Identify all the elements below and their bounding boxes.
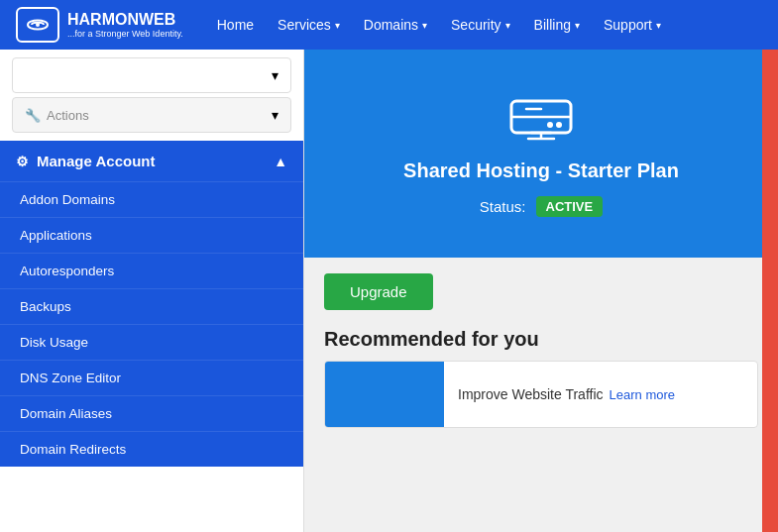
- manage-account-header-left: ⚙ Manage Account: [16, 153, 155, 169]
- sidebar-item-autoresponders[interactable]: Autoresponders: [0, 253, 303, 288]
- actions-bar-content: 🔧 Actions: [25, 108, 89, 123]
- brand: HARMONWEB ...for a Stronger Web Identity…: [16, 7, 183, 43]
- actions-label: Actions: [47, 108, 89, 123]
- recommended-title: Recommended for you: [324, 328, 758, 351]
- sidebar: ▾ 🔧 Actions ▾ ⚙ Manage Account ▲ Addon D…: [0, 50, 304, 532]
- domains-caret-icon: ▾: [422, 20, 427, 31]
- nav-item-support[interactable]: Support ▾: [594, 9, 671, 41]
- nav-item-home[interactable]: Home: [207, 9, 264, 41]
- sidebar-item-domain-aliases[interactable]: Domain Aliases: [0, 395, 303, 431]
- billing-caret-icon: ▾: [575, 20, 580, 31]
- hosting-icon: [506, 91, 576, 146]
- security-caret-icon: ▾: [505, 20, 510, 31]
- page-layout: ▾ 🔧 Actions ▾ ⚙ Manage Account ▲ Addon D…: [0, 50, 778, 532]
- support-caret-icon: ▾: [656, 20, 661, 31]
- recommended-card-image: [325, 362, 444, 427]
- recommended-card: Improve Website Traffic Learn more: [324, 361, 758, 428]
- actions-chevron-icon: ▾: [272, 107, 278, 123]
- dropdown-chevron-icon: ▾: [272, 67, 278, 83]
- sidebar-item-backups[interactable]: Backups: [0, 288, 303, 324]
- sidebar-item-domain-redirects[interactable]: Domain Redirects: [0, 431, 303, 467]
- nav-item-billing[interactable]: Billing ▾: [524, 9, 590, 41]
- nav-links: Home Services ▾ Domains ▾ Security ▾ Bil…: [207, 9, 762, 41]
- status-label: Status:: [480, 198, 526, 215]
- recommended-card-content: Improve Website Traffic Learn more: [444, 376, 689, 412]
- brand-name: HARMONWEB: [67, 11, 183, 29]
- sidebar-item-addon-domains[interactable]: Addon Domains: [0, 181, 303, 217]
- brand-logo: [16, 7, 59, 43]
- navbar: HARMONWEB ...for a Stronger Web Identity…: [0, 0, 778, 50]
- hosting-card: Shared Hosting - Starter Plan Status: AC…: [304, 50, 778, 258]
- manage-account-header[interactable]: ⚙ Manage Account ▲: [0, 141, 303, 181]
- recommended-card-text: Improve Website Traffic: [458, 386, 604, 402]
- svg-point-3: [547, 122, 553, 128]
- sidebar-item-disk-usage[interactable]: Disk Usage: [0, 324, 303, 360]
- brand-tagline: ...for a Stronger Web Identity.: [67, 29, 183, 39]
- sidebar-item-dns-zone-editor[interactable]: DNS Zone Editor: [0, 360, 303, 395]
- gear-icon: ⚙: [16, 154, 29, 169]
- scroll-indicator: [762, 50, 778, 532]
- status-badge: ACTIVE: [536, 196, 604, 217]
- status-row: Status: ACTIVE: [480, 196, 603, 217]
- actions-bar[interactable]: 🔧 Actions ▾: [12, 97, 291, 133]
- hosting-title: Shared Hosting - Starter Plan: [403, 160, 679, 182]
- sidebar-menu: Addon Domains Applications Autoresponder…: [0, 181, 303, 467]
- svg-point-4: [556, 122, 562, 128]
- upgrade-section: Upgrade: [304, 258, 778, 320]
- nav-item-security[interactable]: Security ▾: [441, 9, 520, 41]
- svg-point-0: [36, 23, 40, 27]
- services-caret-icon: ▾: [335, 20, 340, 31]
- nav-item-domains[interactable]: Domains ▾: [354, 9, 437, 41]
- wrench-icon: 🔧: [25, 108, 41, 123]
- recommended-section: Recommended for you Improve Website Traf…: [304, 320, 778, 438]
- upgrade-button[interactable]: Upgrade: [324, 273, 433, 310]
- brand-text: HARMONWEB ...for a Stronger Web Identity…: [67, 11, 183, 39]
- recommended-card-link[interactable]: Learn more: [610, 387, 675, 402]
- sidebar-top-dropdown[interactable]: ▾: [12, 57, 291, 93]
- sidebar-item-applications[interactable]: Applications: [0, 217, 303, 253]
- manage-account-chevron-icon: ▲: [274, 154, 287, 169]
- main-content: Shared Hosting - Starter Plan Status: AC…: [304, 50, 778, 532]
- nav-item-services[interactable]: Services ▾: [268, 9, 350, 41]
- manage-account-label: Manage Account: [37, 153, 155, 169]
